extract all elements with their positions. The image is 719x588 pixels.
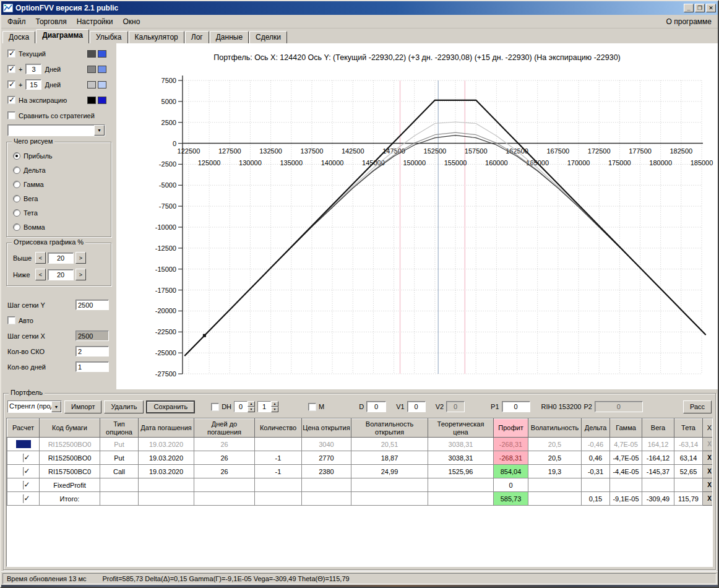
row-enable-checkbox[interactable] (23, 495, 24, 503)
column-header[interactable]: Тип опциона (100, 419, 139, 438)
column-header[interactable]: Тета (674, 419, 703, 438)
row-delete-button[interactable]: X (703, 478, 713, 492)
row-enable-checkbox[interactable] (23, 467, 24, 476)
tab-log[interactable]: Лог (185, 31, 209, 43)
plus15-days-input[interactable] (25, 79, 41, 90)
radio-vega-label: Вега (24, 195, 38, 202)
radio-gamma[interactable] (13, 181, 20, 188)
strategy-compare-dropdown[interactable]: ▼ (7, 124, 105, 136)
current-color-swatch-2[interactable] (98, 50, 106, 58)
column-header[interactable]: Код бумаги (40, 419, 100, 438)
expiration-color-swatch-1[interactable] (87, 97, 96, 104)
column-header[interactable]: Профит (494, 419, 528, 438)
column-header[interactable]: Волатильность открытия (351, 419, 428, 438)
v2-input[interactable] (446, 401, 465, 412)
radio-vomma[interactable] (13, 223, 20, 231)
row-delete-button[interactable]: X (703, 451, 713, 465)
draw-what-group: Чего рисуем Прибыль Дельта Гамма Вега Те… (6, 142, 111, 237)
chevron-down-icon[interactable]: ▼ (94, 125, 105, 136)
spin-up-icon[interactable]: ▲ (271, 401, 278, 407)
column-header[interactable]: Вега (642, 419, 674, 438)
column-header[interactable]: Теоретическая цена (428, 419, 494, 438)
plus3-color-swatch-1[interactable] (87, 66, 96, 73)
maximize-icon[interactable]: ❐ (695, 4, 705, 12)
current-color-swatch-1[interactable] (87, 50, 96, 58)
minimize-icon[interactable]: _ (684, 4, 694, 12)
column-header[interactable]: Цена открытия (302, 419, 351, 438)
above-decrease-icon[interactable]: < (35, 252, 46, 264)
column-header[interactable]: Расчет (7, 419, 40, 438)
tab-diagram[interactable]: Диаграмма (36, 29, 89, 43)
plus15-checkbox[interactable] (7, 80, 15, 89)
menu-settings[interactable]: Настройки (72, 16, 118, 27)
grid-step-y-input[interactable] (75, 300, 109, 310)
plus3-color-swatch-2[interactable] (98, 66, 106, 73)
column-header[interactable]: Волатильность (528, 419, 582, 438)
profit-chart[interactable]: 7500500025000-2500-5000-7500-10000-12500… (116, 43, 718, 389)
close-icon[interactable]: ✕ (706, 4, 716, 12)
p1-input[interactable] (502, 401, 530, 412)
import-button[interactable]: Импорт (64, 400, 101, 413)
radio-vega[interactable] (13, 195, 20, 202)
row-delete-button[interactable]: X (703, 465, 713, 478)
row-enable-checkbox[interactable] (23, 481, 24, 490)
radio-delta[interactable] (13, 166, 20, 174)
row-delete-button[interactable]: X (703, 438, 713, 451)
grid-step-x-input[interactable] (75, 331, 109, 341)
above-percent-input[interactable] (48, 253, 74, 264)
compare-strategy-checkbox[interactable] (7, 111, 15, 119)
chevron-down-icon[interactable]: ▼ (51, 401, 61, 412)
strategy-select[interactable]: Стренгл (прод ▼ (7, 400, 62, 413)
d-input[interactable] (366, 401, 386, 412)
axis-tick-label: 155000 (444, 159, 467, 166)
dh-spin1-input[interactable] (234, 401, 248, 412)
auto-checkbox[interactable] (7, 316, 15, 324)
expiration-checkbox[interactable] (7, 96, 15, 104)
save-button[interactable]: Сохранить (146, 400, 195, 413)
menu-file[interactable]: Файл (2, 16, 31, 27)
below-percent-input[interactable] (48, 269, 74, 280)
sko-count-input[interactable] (75, 346, 109, 357)
p2-input[interactable] (595, 401, 643, 412)
column-header[interactable]: Дней до погашения (194, 419, 255, 438)
plus3-days-input[interactable] (25, 64, 41, 74)
tab-trades[interactable]: Сделки (249, 31, 287, 43)
menu-trading[interactable]: Торговля (31, 16, 72, 27)
column-header[interactable]: X (703, 419, 713, 438)
menu-window[interactable]: Окно (118, 16, 145, 27)
spin-up-icon[interactable]: ▲ (248, 401, 255, 407)
row-enable-checkbox[interactable] (23, 454, 24, 462)
above-increase-icon[interactable]: > (75, 252, 86, 264)
column-header[interactable]: Дата погашения (139, 419, 194, 438)
expiration-color-swatch-2[interactable] (98, 97, 106, 104)
plus15-color-swatch-1[interactable] (87, 81, 96, 89)
column-header[interactable]: Гамма (610, 419, 642, 438)
dh-spin2-input[interactable] (257, 401, 271, 412)
days-count-input[interactable] (75, 361, 109, 372)
table-cell: 585,73 (494, 492, 528, 506)
table-cell (428, 492, 494, 506)
calculate-button[interactable]: Расс (683, 400, 712, 413)
dh-checkbox[interactable] (211, 403, 219, 411)
plus15-color-swatch-2[interactable] (98, 81, 106, 89)
tab-calculator[interactable]: Калькулятор (129, 31, 184, 43)
plus3-checkbox[interactable] (7, 65, 15, 73)
menu-about[interactable]: О программе (661, 16, 717, 27)
tab-board[interactable]: Доска (2, 31, 35, 43)
v1-input[interactable] (407, 401, 426, 412)
tab-data[interactable]: Данные (210, 31, 249, 43)
column-header[interactable]: Количество (255, 419, 302, 438)
current-checkbox[interactable] (7, 50, 15, 58)
tab-smile[interactable]: Улыбка (90, 31, 128, 43)
row-select-indicator[interactable] (16, 440, 31, 448)
delete-button[interactable]: Удалить (104, 400, 144, 413)
column-header[interactable]: Дельта (582, 419, 610, 438)
below-increase-icon[interactable]: > (75, 269, 86, 280)
m-checkbox[interactable] (308, 403, 316, 411)
spin-down-icon[interactable]: ▼ (271, 407, 278, 412)
radio-profit[interactable] (13, 152, 20, 160)
radio-theta[interactable] (13, 209, 20, 217)
row-delete-button[interactable]: X (703, 492, 713, 506)
spin-down-icon[interactable]: ▼ (248, 407, 255, 412)
below-decrease-icon[interactable]: < (35, 269, 46, 280)
